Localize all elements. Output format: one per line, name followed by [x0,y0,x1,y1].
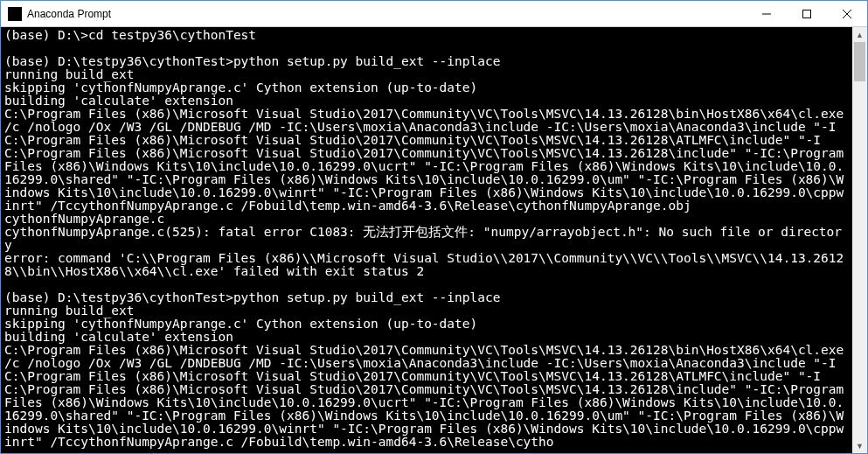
scroll-up-arrow-icon[interactable]: ▲ [852,27,867,42]
close-button[interactable] [827,1,867,27]
svg-rect-1 [803,10,811,17]
terminal-line: building 'calculate' extension [4,331,849,344]
terminal-line: cythonfNumpyAprange.c [4,213,849,226]
terminal-line: running build_ext [4,304,849,318]
terminal-output[interactable]: (base) D:\>cd testpy36\cythonTest (base)… [1,27,852,453]
terminal-line: skipping 'cythonfNumpyAprange.c' Cython … [4,81,849,94]
terminal-line [4,278,849,291]
terminal-line: (base) D:\testpy36\cythonTest>python set… [4,55,849,68]
scrollbar-track[interactable] [852,42,867,438]
terminal-line: cythonfNumpyAprange.c(525): fatal error … [4,226,849,252]
minimize-button[interactable] [746,1,787,27]
terminal-line: error: command 'C:\\Program Files (x86)\… [4,252,849,278]
maximize-button[interactable] [787,1,827,27]
titlebar[interactable]: Anaconda Prompt [1,1,867,27]
vertical-scrollbar[interactable]: ▲ ▼ [852,27,867,453]
client-area: (base) D:\>cd testpy36\cythonTest (base)… [1,27,867,453]
scroll-down-arrow-icon[interactable]: ▼ [852,438,867,453]
terminal-line: running build_ext [4,68,849,81]
terminal-line [4,42,849,55]
terminal-line: (base) D:\testpy36\cythonTest>python set… [4,291,849,304]
terminal-line: skipping 'cythonfNumpyAprange.c' Cython … [4,318,849,331]
window-title: Anaconda Prompt [27,8,111,20]
terminal-line: building 'calculate' extension [4,94,849,108]
terminal-window: Anaconda Prompt (base) D:\>cd testpy36\c… [0,0,868,454]
scrollbar-thumb[interactable] [854,42,865,81]
terminal-line: C:\Program Files (x86)\Microsoft Visual … [4,108,849,213]
terminal-line: C:\Program Files (x86)\Microsoft Visual … [4,344,849,449]
app-icon [8,7,22,21]
terminal-line: (base) D:\>cd testpy36\cythonTest [4,29,849,42]
